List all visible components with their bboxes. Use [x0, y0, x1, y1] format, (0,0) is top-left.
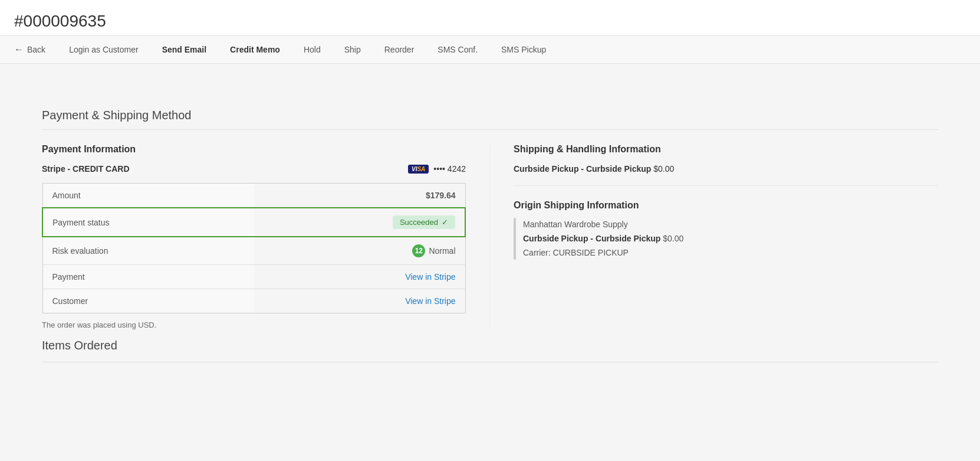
- send-email-button[interactable]: Send Email: [150, 37, 218, 63]
- payment-status-value: Succeeded ✓: [254, 208, 466, 237]
- carrier-value: CURBSIDE PICKUP: [553, 248, 629, 257]
- hold-button[interactable]: Hold: [292, 37, 333, 63]
- sms-conf-button[interactable]: SMS Conf.: [426, 37, 489, 63]
- origin-carrier-row: Carrier: CURBSIDE PICKUP: [523, 246, 683, 260]
- amount-row: Amount $179.64: [42, 184, 465, 208]
- payment-status-label: Payment status: [42, 208, 254, 237]
- payment-link-value: View in Stripe: [254, 265, 466, 289]
- payment-status-row: Payment status Succeeded ✓: [42, 208, 465, 237]
- items-ordered-title: Items Ordered: [42, 339, 938, 362]
- customer-stripe-link[interactable]: View in Stripe: [405, 296, 455, 306]
- customer-link-row: Customer View in Stripe: [42, 289, 465, 313]
- divider: [514, 185, 938, 186]
- origin-shipping-title: Origin Shipping Information: [514, 200, 938, 211]
- payment-subsection-title: Payment Information: [42, 144, 466, 155]
- carrier-label: Carrier:: [523, 248, 551, 257]
- page-header: #000009635 ← Back Login as Customer Send…: [0, 0, 980, 64]
- payment-shipping-section: Payment & Shipping Method Payment Inform…: [42, 83, 938, 329]
- shipping-price-value: $0.00: [653, 164, 674, 174]
- back-button[interactable]: ← Back: [14, 36, 57, 63]
- customer-link-label: Customer: [42, 289, 254, 313]
- action-bar: ← Back Login as Customer Send Email Cred…: [0, 35, 980, 63]
- stripe-payment-table: Amount $179.64 Payment status Succeeded …: [42, 183, 466, 313]
- check-icon: ✓: [442, 218, 448, 227]
- main-content: Payment & Shipping Method Payment Inform…: [18, 64, 962, 381]
- credit-memo-button[interactable]: Credit Memo: [218, 37, 292, 63]
- login-as-customer-button[interactable]: Login as Customer: [57, 37, 150, 63]
- usd-note: The order was placed using USD.: [42, 321, 466, 329]
- shipping-method-row: Curbside Pickup - Curbside Pickup $0.00: [514, 164, 938, 174]
- risk-score-badge: 12: [412, 244, 425, 257]
- visa-text: VI: [412, 166, 417, 172]
- risk-label: Risk evaluation: [42, 237, 254, 265]
- payment-link-label: Payment: [42, 265, 254, 289]
- payment-link-row: Payment View in Stripe: [42, 265, 465, 289]
- back-arrow-icon: ←: [14, 44, 24, 55]
- payment-shipping-columns: Payment Information Stripe - CREDIT CARD…: [42, 144, 938, 329]
- risk-level: Normal: [429, 246, 455, 256]
- shipping-subsection-title: Shipping & Handling Information: [514, 144, 938, 155]
- amount-label: Amount: [42, 184, 254, 208]
- payment-method-row: Stripe - CREDIT CARD VISA •••• 4242: [42, 164, 466, 174]
- origin-shipping-section: Origin Shipping Information Manhattan Wa…: [514, 200, 938, 260]
- customer-link-value: View in Stripe: [254, 289, 466, 313]
- risk-value: 12 Normal: [254, 237, 466, 265]
- card-info: VISA •••• 4242: [408, 164, 466, 174]
- origin-method: Curbside Pickup - Curbside Pickup: [523, 234, 660, 243]
- origin-method-price: Curbside Pickup - Curbside Pickup $0.00: [523, 232, 683, 246]
- origin-details: Manhattan Wardrobe Supply Curbside Picku…: [523, 218, 683, 260]
- payment-method-label: Stripe - CREDIT CARD: [42, 164, 130, 174]
- origin-block: Manhattan Wardrobe Supply Curbside Picku…: [514, 218, 938, 260]
- back-label: Back: [27, 45, 45, 54]
- payment-column: Payment Information Stripe - CREDIT CARD…: [42, 144, 490, 329]
- status-text: Succeeded: [400, 218, 438, 227]
- status-badge: Succeeded ✓: [393, 215, 455, 229]
- card-last-four: •••• 4242: [433, 164, 466, 174]
- reorder-button[interactable]: Reorder: [373, 37, 426, 63]
- visa-badge: VISA: [408, 165, 429, 174]
- shipping-column: Shipping & Handling Information Curbside…: [490, 144, 938, 329]
- origin-price-value: $0.00: [663, 234, 683, 243]
- shipping-method-label: Curbside Pickup - Curbside Pickup: [514, 164, 651, 174]
- items-ordered-section: Items Ordered: [42, 339, 938, 362]
- origin-company: Manhattan Wardrobe Supply: [523, 218, 683, 232]
- payment-stripe-link[interactable]: View in Stripe: [405, 272, 455, 282]
- amount-value: $179.64: [254, 184, 466, 208]
- risk-cell: 12 Normal: [264, 244, 456, 257]
- order-title: #000009635: [0, 7, 980, 35]
- ship-button[interactable]: Ship: [333, 37, 373, 63]
- visa-text-2: SA: [417, 166, 425, 172]
- origin-bar: [514, 218, 516, 260]
- payment-shipping-title: Payment & Shipping Method: [42, 97, 938, 130]
- risk-row: Risk evaluation 12 Normal: [42, 237, 465, 265]
- sms-pickup-button[interactable]: SMS Pickup: [489, 37, 558, 63]
